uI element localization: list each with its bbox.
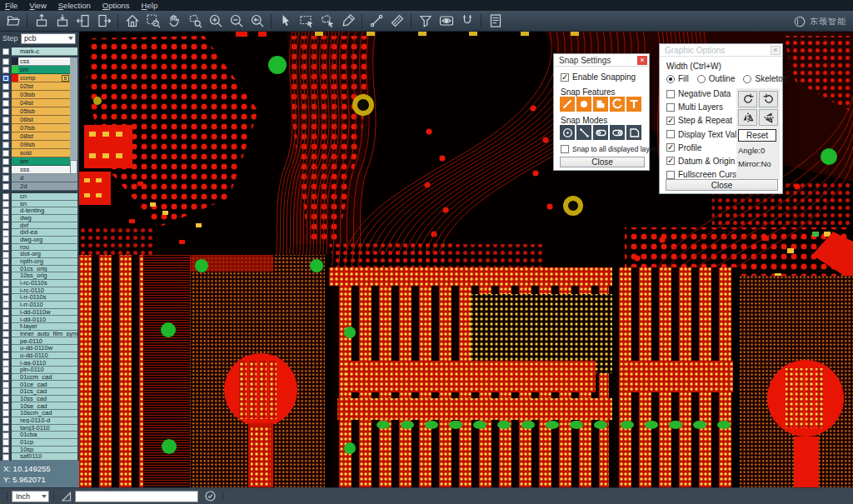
measure-ruler-icon[interactable]	[387, 12, 407, 30]
layer-row-10ss_cad[interactable]: 10ss_cad	[0, 396, 79, 403]
layer-row-01cs_orig[interactable]: 01cs_orig	[0, 266, 79, 273]
home-icon[interactable]	[122, 12, 142, 30]
layer-row-10sp[interactable]: 10sp	[0, 447, 79, 454]
unit-select[interactable]: Inch	[12, 491, 49, 502]
layer-visibility-checkbox[interactable]	[0, 82, 12, 91]
layer-visibility-checkbox[interactable]	[0, 66, 12, 74]
report-icon[interactable]	[485, 12, 506, 30]
layer-visibility-checkbox[interactable]	[0, 47, 12, 56]
layer-visibility-checkbox[interactable]	[0, 447, 12, 454]
snap-slot-button[interactable]	[610, 125, 625, 140]
layer-visibility-checkbox[interactable]	[0, 410, 12, 417]
graphic-checkbox-fullscreen-cursor[interactable]: Fullscreen Cursor	[666, 170, 746, 179]
layer-row-inner_auto_film_symb[interactable]: inner_auto_film_symb	[0, 331, 79, 338]
layer-row-dxf-ea[interactable]: dxf-ea	[0, 229, 79, 237]
snap-corner-button[interactable]	[626, 125, 641, 140]
layer-visibility-checkbox[interactable]	[0, 266, 12, 273]
layer-row-cm[interactable]: cm	[0, 66, 79, 74]
layer-row-targ3-0110[interactable]: targ3-0110	[0, 425, 79, 432]
layer-row-sn[interactable]: sn	[0, 201, 79, 208]
layer-visibility-checkbox[interactable]	[0, 157, 12, 166]
layer-row-10ss_orig[interactable]: 10ss_orig	[0, 272, 79, 280]
enable-snapping-checkbox[interactable]: Enable Snapping	[561, 72, 636, 82]
eye-icon[interactable]	[436, 12, 456, 30]
layer-visibility-checkbox[interactable]	[0, 359, 12, 367]
layer-visibility-checkbox[interactable]	[0, 201, 12, 208]
command-input[interactable]	[75, 491, 198, 502]
layer-row-dwg-org[interactable]: dwg-org	[0, 237, 79, 244]
layer-visibility-checkbox[interactable]	[0, 244, 12, 252]
layer-row-sold[interactable]: sold	[0, 149, 79, 157]
layer-row-2d[interactable]: 2d	[0, 182, 79, 191]
layer-visibility-checkbox[interactable]	[0, 287, 12, 295]
page-arrow-right-icon[interactable]	[93, 12, 114, 30]
layer-row-css[interactable]: css	[0, 57, 79, 66]
layer-row-f-layer[interactable]: f-layer	[0, 323, 79, 331]
snap-circle-button[interactable]	[576, 97, 591, 112]
pan-hand-icon[interactable]	[163, 12, 184, 30]
step-select[interactable]: pcb	[21, 33, 76, 44]
layer-row-01cs_cad[interactable]: 01cs_cad	[0, 388, 79, 396]
snap-arc-button[interactable]	[610, 97, 625, 112]
layer-visibility-checkbox[interactable]	[0, 453, 12, 461]
radio-fill[interactable]: Fill	[666, 74, 689, 83]
layer-visibility-checkbox[interactable]	[0, 402, 12, 410]
layer-row-06lst[interactable]: 06lst	[0, 116, 79, 124]
layer-row-u-dd-0110w[interactable]: u-dd-0110w	[0, 345, 79, 352]
snap-segment-button[interactable]	[576, 125, 591, 140]
layer-visibility-checkbox[interactable]	[0, 323, 12, 331]
graphic-close-button[interactable]: Close	[666, 179, 778, 191]
snap-dialog-titlebar[interactable]: Snap Settings ×	[554, 54, 649, 67]
rotate-cw-icon[interactable]	[738, 91, 757, 107]
mirror-v-icon[interactable]	[759, 109, 778, 126]
mirror-h-icon[interactable]	[738, 109, 757, 126]
layer-row-i-rc-0110[interactable]: i-rc-0110	[0, 287, 79, 295]
layer-visibility-checkbox[interactable]	[0, 417, 12, 425]
graphic-dialog-titlebar[interactable]: Graphic Options ×	[660, 44, 782, 57]
menu-options[interactable]: Options	[102, 0, 130, 11]
layer-row-comp[interactable]: compB	[0, 74, 79, 82]
layer-row-10scm_cad[interactable]: 10scm_cad	[0, 410, 79, 417]
layer-row-i-rc-0110s[interactable]: i-rc-0110s	[0, 280, 79, 287]
layer-visibility-checkbox[interactable]	[0, 439, 12, 447]
close-icon[interactable]: ×	[771, 46, 781, 55]
rotate-ccw-icon[interactable]	[759, 91, 778, 107]
layer-visibility-checkbox[interactable]	[0, 294, 12, 302]
menu-selection[interactable]: Selection	[58, 0, 91, 11]
snap-center-button[interactable]	[560, 125, 575, 140]
layer-visibility-checkbox[interactable]	[0, 309, 12, 317]
close-icon[interactable]: ×	[637, 56, 647, 65]
layer-visibility-checkbox[interactable]	[0, 374, 12, 382]
layer-visibility-checkbox[interactable]	[0, 74, 12, 82]
snap-pad-button[interactable]	[593, 97, 608, 112]
layer-visibility-checkbox[interactable]	[0, 182, 12, 191]
layer-visibility-checkbox[interactable]	[0, 251, 12, 258]
zoom-previous-icon[interactable]	[247, 12, 267, 30]
layer-row-slot-org[interactable]: slot-org	[0, 251, 79, 258]
layer-visibility-checkbox[interactable]	[0, 215, 12, 222]
snap-close-button[interactable]: Close	[560, 157, 645, 167]
layer-visibility-checkbox[interactable]	[0, 222, 12, 230]
layer-row-sm[interactable]: sm	[0, 157, 79, 166]
graphic-checkbox-negative-data[interactable]: Negative Data	[666, 89, 746, 98]
reset-button[interactable]: Reset	[738, 129, 776, 142]
zoom-in-icon[interactable]	[205, 12, 226, 30]
layer-visibility-checkbox[interactable]	[0, 425, 12, 432]
snap-text-button[interactable]	[626, 97, 641, 112]
layer-visibility-checkbox[interactable]	[0, 193, 12, 201]
layer-visibility-checkbox[interactable]	[0, 381, 12, 388]
layer-row-npth-org[interactable]: npth-org	[0, 258, 79, 266]
layer-row-01cba[interactable]: 01cba	[0, 432, 79, 439]
menu-help[interactable]: Help	[142, 0, 158, 11]
layer-list-scrollbar[interactable]	[70, 57, 77, 174]
layer-visibility-checkbox[interactable]	[0, 272, 12, 280]
layer-visibility-checkbox[interactable]	[0, 132, 12, 141]
layer-row-04lst[interactable]: 04lst	[0, 99, 79, 107]
layer-row-02lst[interactable]: 02lst	[0, 82, 79, 91]
checkbox[interactable]	[561, 73, 569, 82]
radio-skeleton[interactable]: Skeleton	[743, 74, 787, 83]
graphic-checkbox-step-repeat[interactable]: Step & Repeat	[666, 116, 746, 125]
layer-row-10se_cad[interactable]: 10se_cad	[0, 402, 79, 410]
layer-row-i-rr-0110[interactable]: i-rr-0110	[0, 302, 79, 309]
layer-row-cn[interactable]: cn	[0, 193, 79, 201]
